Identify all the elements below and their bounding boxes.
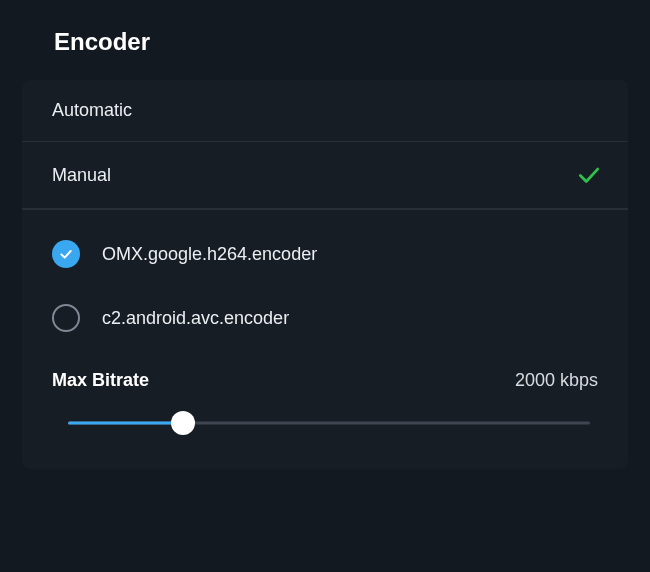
encoder-label-1: c2.android.avc.encoder (102, 308, 289, 329)
slider-thumb[interactable] (171, 411, 195, 435)
bitrate-section: Max Bitrate 2000 kbps (22, 350, 628, 469)
bitrate-value: 2000 kbps (515, 370, 598, 391)
mode-option-manual[interactable]: Manual (22, 142, 628, 209)
bitrate-slider[interactable] (68, 411, 590, 435)
encoder-card: Automatic Manual OMX.google.h264.encoder… (22, 80, 628, 469)
check-icon (576, 162, 602, 188)
encoder-list: OMX.google.h264.encoder c2.android.avc.e… (22, 209, 628, 350)
radio-selected-icon (52, 240, 80, 268)
bitrate-label: Max Bitrate (52, 370, 149, 391)
encoder-option-1[interactable]: c2.android.avc.encoder (52, 286, 598, 350)
bitrate-header: Max Bitrate 2000 kbps (52, 362, 598, 411)
mode-label-automatic: Automatic (52, 100, 132, 121)
slider-fill (68, 422, 183, 425)
encoder-option-0[interactable]: OMX.google.h264.encoder (52, 222, 598, 286)
page-title: Encoder (0, 0, 650, 56)
encoder-label-0: OMX.google.h264.encoder (102, 244, 317, 265)
radio-unselected-icon (52, 304, 80, 332)
mode-label-manual: Manual (52, 165, 111, 186)
mode-option-automatic[interactable]: Automatic (22, 80, 628, 142)
